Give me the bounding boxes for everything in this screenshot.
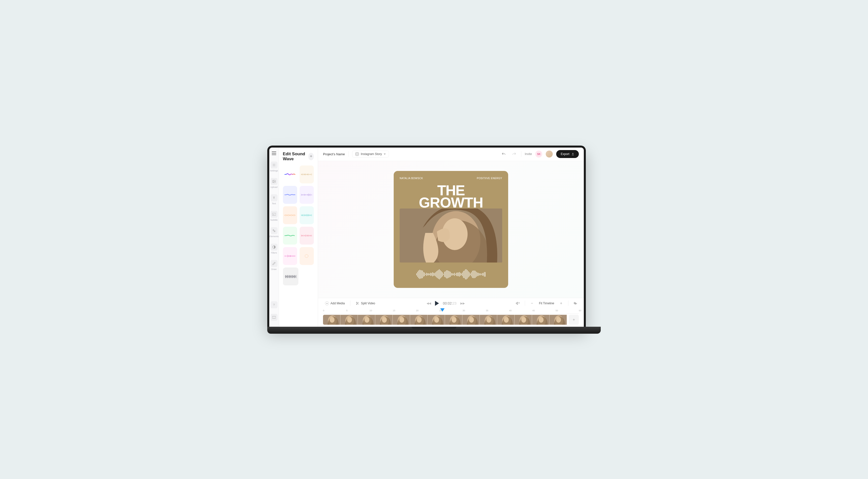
wave-style-card[interactable] <box>300 186 314 204</box>
rail-label: Draw <box>271 268 277 270</box>
timeline-frame[interactable] <box>323 315 340 325</box>
svg-rect-217 <box>287 275 288 278</box>
svg-rect-14 <box>303 174 303 175</box>
rail-settings[interactable]: Settings <box>269 159 279 174</box>
wave-style-card[interactable] <box>283 247 297 265</box>
svg-rect-147 <box>306 235 306 236</box>
svg-rect-10 <box>301 174 302 175</box>
wave-style-card[interactable] <box>283 227 297 245</box>
text-icon: T <box>271 194 277 201</box>
canvas-card[interactable]: NATALIA BOWSCK POSITIIVE ENERGY THE GROW… <box>394 171 508 288</box>
svg-rect-119 <box>309 215 310 216</box>
rail-text[interactable]: T Text <box>269 192 279 207</box>
svg-rect-152 <box>308 235 308 236</box>
svg-rect-15 <box>303 173 303 175</box>
svg-rect-226 <box>291 275 291 278</box>
svg-rect-114 <box>308 215 308 216</box>
wave-style-card[interactable] <box>283 165 297 183</box>
wave-style-card[interactable] <box>283 206 297 224</box>
timeline-frame[interactable] <box>410 315 428 325</box>
svg-rect-218 <box>288 276 288 278</box>
rail-keyboard[interactable] <box>269 313 279 323</box>
divider <box>568 300 568 306</box>
wave-style-card[interactable] <box>283 186 297 204</box>
rail-elements[interactable]: Elements <box>269 225 279 240</box>
svg-rect-133 <box>302 235 303 236</box>
skip-back-button[interactable]: ◀◀ <box>427 301 431 305</box>
svg-rect-39 <box>309 174 310 175</box>
svg-point-283 <box>539 317 544 323</box>
svg-rect-44 <box>311 174 311 174</box>
rail-help[interactable]: ? <box>269 299 279 312</box>
project-name[interactable]: Project's Name <box>323 152 345 156</box>
waveform-toggle-button[interactable] <box>572 300 579 307</box>
wave-style-card[interactable] <box>300 247 314 265</box>
skip-forward-button[interactable]: ▶▶ <box>460 301 465 305</box>
svg-rect-65 <box>306 194 306 195</box>
ruler-tick: 30 <box>463 309 465 312</box>
svg-point-253 <box>365 317 370 323</box>
timeline-ruler[interactable]: 0510152025303540455060 <box>318 309 584 314</box>
zoom-out-button[interactable]: − <box>529 300 535 307</box>
timeline-frame[interactable] <box>358 315 375 325</box>
wave-style-card[interactable] <box>300 165 314 183</box>
svg-rect-233 <box>293 276 294 277</box>
app-root: Settings Upload T Text Subtitle Elements <box>269 148 584 327</box>
undo-button[interactable] <box>500 151 507 158</box>
timeline-frame[interactable] <box>515 315 532 325</box>
shapes-icon <box>271 227 277 234</box>
canvas-area[interactable]: NATALIA BOWSCK POSITIIVE ENERGY THE GROW… <box>318 161 584 298</box>
svg-rect-38 <box>309 174 309 174</box>
timeline-frame[interactable] <box>480 315 497 325</box>
timeline-frame[interactable] <box>462 315 480 325</box>
svg-point-209 <box>305 254 308 258</box>
svg-rect-78 <box>309 194 309 195</box>
rail-subtitle[interactable]: Subtitle <box>269 208 279 224</box>
invite-label[interactable]: Invite <box>525 152 532 156</box>
svg-rect-186 <box>289 255 289 257</box>
menu-icon[interactable] <box>272 152 276 155</box>
svg-rect-173 <box>286 256 286 256</box>
rail-filters[interactable]: Filters <box>269 241 279 257</box>
wave-style-card[interactable] <box>300 206 314 224</box>
timeline-frame[interactable] <box>428 315 445 325</box>
rail-draw[interactable]: Draw <box>269 258 279 273</box>
timeline-frame[interactable] <box>375 315 393 325</box>
volume-button[interactable] <box>515 300 521 307</box>
rail-upload[interactable]: Upload <box>269 175 279 191</box>
svg-rect-108 <box>306 215 307 216</box>
wave-style-card[interactable] <box>300 227 314 245</box>
zoom-in-button[interactable]: + <box>558 300 565 307</box>
timeline-frame[interactable] <box>550 315 567 325</box>
svg-rect-116 <box>309 214 309 216</box>
fit-timeline-label[interactable]: Fit Timeline <box>539 301 554 305</box>
svg-rect-179 <box>287 256 287 256</box>
add-frame-button[interactable]: + <box>569 315 579 325</box>
svg-rect-42 <box>310 174 311 174</box>
help-icon: ? <box>271 301 277 308</box>
timeline-frame[interactable] <box>497 315 515 325</box>
timeline-frame[interactable] <box>532 315 550 325</box>
export-button[interactable]: Export <box>556 150 579 158</box>
svg-rect-18 <box>304 174 304 175</box>
collaborator-avatar[interactable]: SK <box>535 151 542 158</box>
svg-point-259 <box>399 317 404 323</box>
svg-rect-130 <box>301 235 302 237</box>
ruler-tick: 20 <box>416 309 418 312</box>
svg-rect-185 <box>289 255 289 256</box>
svg-rect-94 <box>303 215 303 216</box>
split-video-button[interactable]: Split Video <box>354 300 377 306</box>
add-wave-button[interactable]: + <box>308 153 314 160</box>
timeline-frame[interactable] <box>445 315 462 325</box>
timeline-frame[interactable] <box>340 315 358 325</box>
add-media-button[interactable]: + Add Media <box>323 300 347 307</box>
format-dropdown[interactable]: Instagram Story <box>352 151 389 158</box>
redo-button[interactable] <box>510 151 518 158</box>
timeline-frame[interactable] <box>393 315 410 325</box>
user-avatar[interactable] <box>546 151 553 158</box>
svg-rect-222 <box>289 275 290 278</box>
wave-style-card[interactable] <box>283 267 299 285</box>
play-button[interactable] <box>435 301 439 306</box>
svg-rect-53 <box>302 194 303 195</box>
svg-rect-219 <box>288 276 288 277</box>
